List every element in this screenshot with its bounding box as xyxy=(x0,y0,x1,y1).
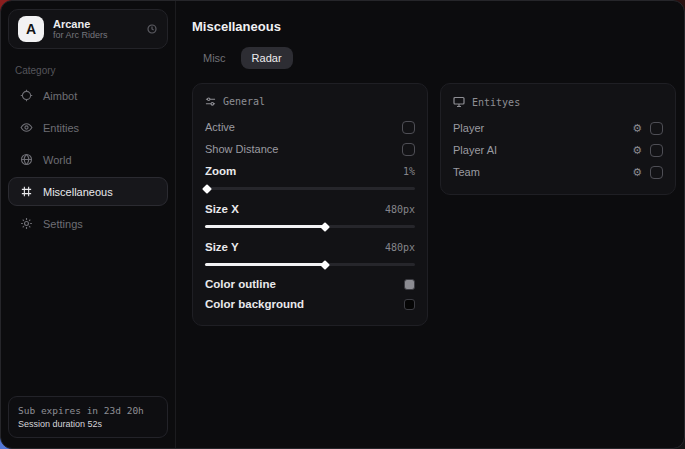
player-ai-checkbox[interactable] xyxy=(650,144,663,157)
active-checkbox[interactable] xyxy=(402,121,415,134)
zoom-slider[interactable] xyxy=(205,187,415,190)
gear-icon xyxy=(19,217,33,230)
sliders-icon xyxy=(205,96,216,107)
crosshair-icon xyxy=(19,89,33,102)
team-checkbox[interactable] xyxy=(650,166,663,179)
color-outline-swatch[interactable] xyxy=(404,279,415,290)
entities-panel-header: Entityes xyxy=(453,96,663,108)
main-content: Miscellaneous Misc Radar General xyxy=(176,1,685,448)
zoom-label: Zoom xyxy=(205,165,236,177)
panels: General Active Show Distance Zoom 1% xyxy=(192,83,676,326)
entities-panel-title: Entityes xyxy=(472,97,520,108)
general-panel: General Active Show Distance Zoom 1% xyxy=(192,83,428,326)
tab-misc[interactable]: Misc xyxy=(192,47,237,69)
player-checkbox[interactable] xyxy=(650,122,663,135)
screen: A Arcane for Arc Riders Category xyxy=(0,0,685,449)
sidebar-item-settings[interactable]: Settings xyxy=(8,209,168,238)
color-background-label: Color background xyxy=(205,298,304,310)
size-x-label: Size X xyxy=(205,203,239,215)
show-distance-label: Show Distance xyxy=(205,143,278,155)
app-window: A Arcane for Arc Riders Category xyxy=(0,0,685,449)
sidebar-item-label: Settings xyxy=(43,218,83,230)
sidebar: A Arcane for Arc Riders Category xyxy=(1,1,176,448)
team-label: Team xyxy=(453,166,480,178)
general-panel-title: General xyxy=(223,96,265,107)
active-label: Active xyxy=(205,121,235,133)
general-panel-header: General xyxy=(205,96,415,107)
app-subtitle: for Arc Riders xyxy=(53,30,137,40)
sidebar-item-label: Aimbot xyxy=(43,90,77,102)
app-logo: A xyxy=(18,16,44,42)
color-background-swatch[interactable] xyxy=(404,299,415,310)
sidebar-item-entities[interactable]: Entities xyxy=(8,113,168,142)
color-background-row: Color background xyxy=(205,294,415,314)
size-x-row: Size X 480px xyxy=(205,198,415,220)
player-label: Player xyxy=(453,122,484,134)
show-distance-checkbox[interactable] xyxy=(402,143,415,156)
refresh-icon[interactable] xyxy=(146,23,158,35)
monitor-icon xyxy=(453,96,465,108)
grid-icon xyxy=(19,185,33,198)
size-y-value: 480px xyxy=(385,242,415,253)
size-y-label: Size Y xyxy=(205,241,239,253)
eye-icon xyxy=(19,121,33,134)
show-distance-row: Show Distance xyxy=(205,138,415,160)
session-duration-text: Session duration 52s xyxy=(18,419,158,429)
size-x-slider-thumb[interactable] xyxy=(320,222,330,232)
team-row: Team ⚙ xyxy=(453,161,663,183)
player-gear-icon[interactable]: ⚙ xyxy=(632,123,642,134)
logo-text: Arcane for Arc Riders xyxy=(53,18,137,41)
sidebar-nav: Aimbot Entities Wo xyxy=(8,81,168,238)
subscription-card: Sub expires in 23d 20h Session duration … xyxy=(8,396,168,438)
size-y-slider[interactable] xyxy=(205,263,415,266)
player-row: Player ⚙ xyxy=(453,117,663,139)
sidebar-spacer xyxy=(8,238,168,396)
size-y-slider-thumb[interactable] xyxy=(320,260,330,270)
size-y-row: Size Y 480px xyxy=(205,236,415,258)
logo-card: A Arcane for Arc Riders xyxy=(8,9,168,49)
tab-radar[interactable]: Radar xyxy=(241,47,293,69)
color-outline-label: Color outline xyxy=(205,278,276,290)
color-outline-row: Color outline xyxy=(205,274,415,294)
player-ai-gear-icon[interactable]: ⚙ xyxy=(632,145,642,156)
entities-panel: Entityes Player ⚙ Player AI ⚙ xyxy=(440,83,676,195)
category-label: Category xyxy=(15,65,161,76)
page-title: Miscellaneous xyxy=(192,19,676,34)
sidebar-item-miscellaneous[interactable]: Miscellaneous xyxy=(8,177,168,206)
zoom-slider-thumb[interactable] xyxy=(202,184,212,194)
player-ai-row: Player AI ⚙ xyxy=(453,139,663,161)
sub-expires-text: Sub expires in 23d 20h xyxy=(18,405,158,416)
globe-icon xyxy=(19,153,33,166)
zoom-row: Zoom 1% xyxy=(205,160,415,182)
zoom-value: 1% xyxy=(403,166,415,177)
tab-bar: Misc Radar xyxy=(192,47,676,69)
size-x-slider[interactable] xyxy=(205,225,415,228)
team-gear-icon[interactable]: ⚙ xyxy=(632,167,642,178)
app-title: Arcane xyxy=(53,18,137,31)
sidebar-item-aimbot[interactable]: Aimbot xyxy=(8,81,168,110)
sidebar-item-world[interactable]: World xyxy=(8,145,168,174)
size-x-value: 480px xyxy=(385,204,415,215)
sidebar-item-label: Entities xyxy=(43,122,79,134)
sidebar-item-label: World xyxy=(43,154,72,166)
active-row: Active xyxy=(205,116,415,138)
player-ai-label: Player AI xyxy=(453,144,497,156)
sidebar-item-label: Miscellaneous xyxy=(43,186,113,198)
